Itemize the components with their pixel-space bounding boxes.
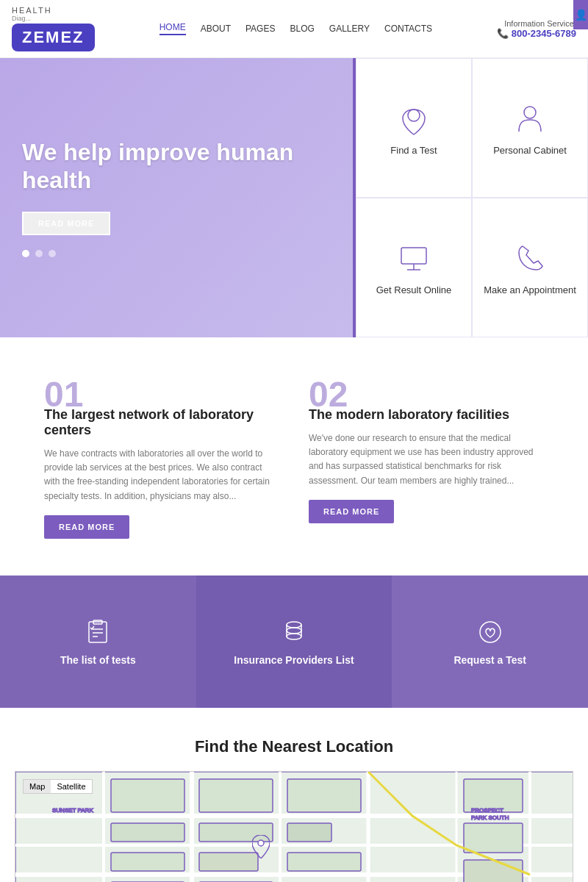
svg-text:SUNSET PARK: SUNSET PARK: [52, 807, 93, 814]
appointment-card[interactable]: Make an Appointment: [472, 198, 588, 337]
map-section: Find the Nearest Location: [0, 708, 588, 882]
info-phone: 📞 800-2345-6789: [497, 28, 576, 39]
map-btn[interactable]: Map: [24, 780, 51, 793]
person-icon: [512, 101, 548, 137]
svg-point-16: [287, 634, 301, 639]
nav-gallery[interactable]: GALLERY: [329, 24, 370, 34]
nav-home[interactable]: HOME: [159, 22, 186, 35]
feature-2: 02 The modern laboratory facilities We'v…: [309, 374, 544, 539]
logo-area: HEALTH Diag... ZEMEZ: [12, 6, 95, 51]
info-service: Information Service: 📞 800-2345-6789: [497, 19, 576, 39]
svg-point-10: [287, 622, 301, 628]
get-result-label: Get Result Online: [376, 284, 452, 295]
dot-2[interactable]: [35, 250, 43, 257]
clipboard-icon: [83, 617, 112, 647]
svg-text:PARK SOUTH: PARK SOUTH: [471, 814, 509, 821]
svg-rect-5: [89, 622, 107, 642]
svg-rect-35: [111, 853, 184, 871]
hero-section: We help improve human health READ MORE F…: [0, 58, 588, 337]
svg-point-49: [258, 840, 264, 846]
feature-1-num: 01: [44, 374, 279, 415]
svg-rect-40: [464, 823, 523, 853]
map-svg: SUNSET PARK PROSPECT PARK SOUTH FLATBUSH…: [15, 772, 573, 882]
logo-brand: ZEMEZ: [22, 28, 85, 46]
features-section: 01 The largest network of laboratory cen…: [0, 337, 588, 576]
header: HEALTH Diag... ZEMEZ HOME ABOUT PAGES BL…: [0, 0, 588, 58]
map-title: Find the Nearest Location: [15, 737, 573, 756]
personal-cabinet-label: Personal Cabinet: [493, 145, 567, 156]
hero-right: Find a Test Personal Cabinet Get Resu: [353, 58, 588, 337]
services-band: The list of tests Insurance Providers Li…: [0, 576, 588, 708]
svg-rect-32: [111, 823, 184, 842]
satellite-btn[interactable]: Satellite: [51, 780, 91, 793]
logo-diag-text: Diag...: [12, 15, 95, 22]
info-label: Information Service:: [497, 19, 576, 28]
personal-cabinet-card[interactable]: Personal Cabinet: [472, 58, 588, 198]
service-insurance-label: Insurance Providers List: [234, 654, 354, 666]
appointment-label: Make an Appointment: [484, 284, 576, 295]
service-insurance[interactable]: Insurance Providers List: [196, 576, 392, 708]
feature-1-read-more-button[interactable]: READ MORE: [44, 515, 129, 539]
map-container[interactable]: SUNSET PARK PROSPECT PARK SOUTH FLATBUSH…: [15, 771, 573, 882]
find-test-card[interactable]: Find a Test: [356, 58, 472, 198]
logo-top-text: HEALTH: [12, 6, 95, 15]
map-type-selector: Map Satellite: [23, 779, 93, 794]
feature-2-read-more-button[interactable]: READ MORE: [309, 500, 394, 523]
service-request[interactable]: Request a Test: [392, 576, 588, 708]
nav-about[interactable]: ABOUT: [201, 24, 231, 34]
hero-title: We help improve human health: [22, 138, 331, 195]
svg-rect-37: [287, 853, 361, 871]
svg-rect-29: [111, 779, 184, 812]
svg-rect-31: [287, 779, 361, 812]
dot-3[interactable]: [49, 250, 56, 257]
service-insurance-content: Insurance Providers List: [234, 617, 354, 666]
location-icon: [395, 101, 432, 137]
find-test-label: Find a Test: [390, 145, 437, 156]
svg-point-0: [408, 110, 420, 121]
svg-rect-41: [464, 860, 523, 882]
nav-pages[interactable]: PAGES: [245, 24, 275, 34]
service-request-content: Request a Test: [453, 617, 526, 666]
service-tests-label: The list of tests: [60, 654, 136, 666]
logo-box[interactable]: ZEMEZ: [12, 24, 95, 51]
svg-rect-2: [401, 248, 426, 264]
get-result-card[interactable]: Get Result Online: [356, 198, 472, 337]
svg-point-17: [480, 622, 501, 642]
coins-icon: [279, 617, 309, 647]
phone-icon: 📞: [497, 28, 512, 39]
service-request-label: Request a Test: [453, 654, 526, 666]
hero-read-more-button[interactable]: READ MORE: [22, 212, 110, 235]
monitor-icon: [395, 240, 432, 277]
feature-1-text: We have contracts with laboratories all …: [44, 447, 279, 503]
svg-rect-36: [199, 853, 258, 871]
hero-dots: [22, 250, 331, 257]
svg-rect-34: [287, 823, 331, 842]
feature-2-num: 02: [309, 374, 544, 415]
main-nav: HOME ABOUT PAGES BLOG GALLERY CONTACTS: [159, 22, 432, 35]
top-accent: 👤: [573, 0, 588, 29]
svg-point-13: [287, 628, 301, 634]
map-pin: [252, 835, 270, 861]
svg-rect-30: [199, 779, 273, 812]
svg-point-1: [524, 107, 536, 118]
service-tests[interactable]: The list of tests: [0, 576, 196, 708]
user-icon: 👤: [575, 9, 587, 21]
service-tests-content: The list of tests: [60, 617, 136, 666]
nav-contacts[interactable]: CONTACTS: [384, 24, 432, 34]
heart-icon: [476, 617, 505, 647]
feature-1: 01 The largest network of laboratory cen…: [44, 374, 279, 539]
phone-icon: [512, 240, 548, 277]
nav-blog[interactable]: BLOG: [290, 24, 314, 34]
dot-1[interactable]: [22, 250, 29, 257]
hero-left: We help improve human health READ MORE: [0, 58, 353, 337]
feature-2-text: We've done our research to ensure that t…: [309, 431, 544, 488]
svg-text:PROSPECT: PROSPECT: [471, 807, 503, 814]
